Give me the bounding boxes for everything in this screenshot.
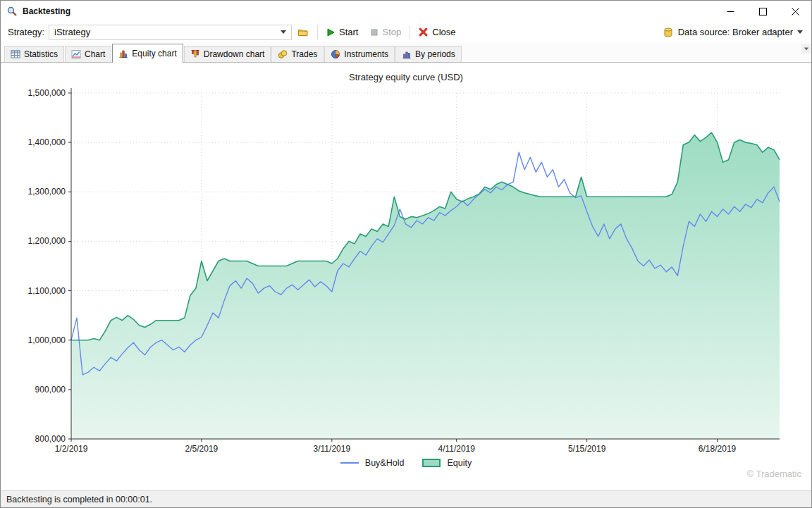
svg-text:900,000: 900,000: [35, 385, 66, 395]
chevron-down-icon: [281, 30, 286, 34]
stop-button-label: Stop: [383, 27, 402, 37]
svg-text:1,500,000: 1,500,000: [28, 88, 66, 98]
open-strategy-button[interactable]: [292, 24, 314, 41]
line-chart-icon: [71, 49, 81, 59]
tab-trades[interactable]: Trades: [271, 46, 324, 62]
toolbar-separator: [410, 25, 410, 39]
title-bar: Backtesting: [1, 1, 811, 22]
svg-text:1,200,000: 1,200,000: [28, 236, 66, 246]
close-window-button[interactable]: [779, 1, 811, 22]
play-icon: [326, 28, 335, 37]
strategy-combobox-value: iStrategy: [54, 27, 90, 37]
data-source-label: Data source: Broker adapter: [678, 27, 793, 37]
svg-text:2/5/2019: 2/5/2019: [185, 444, 219, 454]
svg-text:800,000: 800,000: [35, 434, 66, 444]
pie-chart-icon: [331, 49, 340, 59]
chevron-down-icon: [797, 30, 803, 34]
status-text: Backtesting is completed in 00:00:01.: [6, 495, 152, 504]
svg-text:3/11/2019: 3/11/2019: [314, 444, 351, 454]
tab-label: By periods: [415, 49, 455, 59]
strategy-label: Strategy:: [8, 27, 44, 37]
toolbar-overflow-button[interactable]: [801, 44, 811, 54]
tab-statistics[interactable]: Statistics: [4, 46, 64, 62]
svg-text:1,300,000: 1,300,000: [28, 187, 66, 197]
tab-label: Statistics: [24, 49, 58, 59]
maximize-button[interactable]: [746, 1, 779, 22]
folder-icon: [297, 27, 309, 38]
legend-equity-label: Equity: [447, 458, 472, 468]
minimize-button[interactable]: [714, 1, 746, 22]
close-backtest-button[interactable]: Close: [413, 24, 461, 40]
legend-item-equity: Equity: [422, 458, 472, 468]
tab-by-periods[interactable]: By periods: [395, 46, 462, 62]
toolbar: Strategy: iStrategy Start Stop: [1, 22, 811, 42]
chevron-down-icon: [804, 48, 808, 51]
magnifier-app-icon: [6, 6, 18, 17]
tab-label: Trades: [291, 49, 317, 59]
drawdown-chart-icon: [190, 49, 200, 59]
tab-label: Instruments: [344, 49, 388, 59]
tab-label: Equity chart: [132, 49, 176, 58]
window-title: Backtesting: [23, 6, 70, 16]
legend-buyhold-swatch: [340, 462, 359, 464]
tab-equity-chart[interactable]: Equity chart: [112, 44, 183, 63]
equity-chart-plot: 800,000900,0001,000,0001,100,0001,200,00…: [1, 83, 811, 457]
svg-text:4/11/2019: 4/11/2019: [438, 444, 475, 454]
svg-text:1/2/2019: 1/2/2019: [55, 444, 88, 454]
database-icon: [663, 27, 674, 38]
svg-text:1,000,000: 1,000,000: [28, 335, 66, 345]
strategy-combobox[interactable]: iStrategy: [49, 25, 292, 40]
tab-label: Drawdown chart: [204, 49, 265, 59]
svg-text:5/15/2019: 5/15/2019: [568, 444, 606, 454]
table-icon: [11, 49, 20, 59]
toolbar-separator: [317, 25, 318, 39]
svg-text:6/18/2019: 6/18/2019: [699, 444, 737, 454]
periods-chart-icon: [402, 49, 412, 59]
backtesting-window: Backtesting Strategy: iStrategy: [0, 0, 812, 508]
data-source-dropdown[interactable]: Data source: Broker adapter: [658, 25, 807, 40]
tab-label: Chart: [85, 49, 105, 59]
status-bar: Backtesting is completed in 00:00:01.: [1, 490, 811, 507]
svg-text:1,100,000: 1,100,000: [28, 286, 66, 296]
coins-icon: [278, 49, 288, 59]
tab-chart[interactable]: Chart: [65, 46, 111, 62]
start-button-label: Start: [339, 27, 358, 37]
legend-buyhold-label: Buy&Hold: [365, 458, 405, 468]
equity-chart-panel: Strategy equity curve (USD) 800,000900,0…: [1, 62, 811, 490]
stop-icon: [370, 28, 379, 37]
chart-title: Strategy equity curve (USD): [1, 72, 811, 83]
tab-drawdown-chart[interactable]: Drawdown chart: [184, 46, 271, 62]
legend-equity-swatch: [422, 459, 441, 467]
stop-button[interactable]: Stop: [364, 24, 407, 40]
tab-strip: Statistics Chart Equity chart: [1, 42, 811, 62]
tab-instruments[interactable]: Instruments: [324, 46, 395, 62]
legend-item-buyhold: Buy&Hold: [340, 458, 405, 468]
close-button-label: Close: [432, 27, 455, 37]
svg-text:1,400,000: 1,400,000: [28, 137, 66, 147]
red-x-icon: [419, 27, 428, 37]
tradematic-watermark: © Tradematic: [747, 469, 802, 479]
start-button[interactable]: Start: [321, 24, 364, 40]
chart-legend: Buy&Hold Equity: [1, 458, 811, 468]
bar-chart-icon: [118, 49, 128, 58]
